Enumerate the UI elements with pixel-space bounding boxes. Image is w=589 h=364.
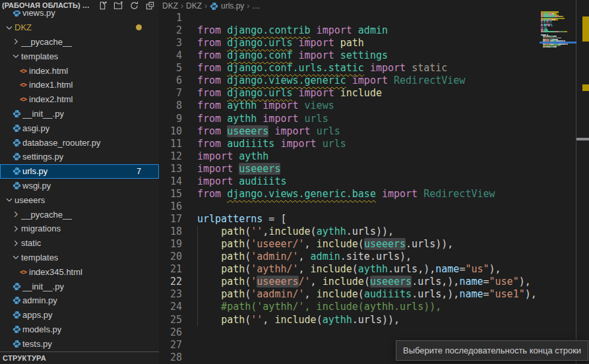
code-line-6[interactable]: 6from django.views.generic import Redire… <box>159 75 540 87</box>
modified-dot-icon <box>136 24 142 30</box>
code-line-9[interactable]: 9from aythh import urls <box>159 113 540 125</box>
new-folder-button[interactable] <box>113 0 124 11</box>
breadcrumb-item[interactable]: … <box>252 1 260 11</box>
tree-item-templates[interactable]: templates <box>0 49 159 63</box>
code-line-8[interactable]: 8from aythh import views <box>159 100 540 112</box>
tree-item-index1.html[interactable]: <>index1.html <box>0 78 159 92</box>
chevron-right-icon <box>11 224 20 233</box>
code-line-2[interactable]: 2from django.contrib import admin <box>159 24 540 37</box>
line-number: 14 <box>159 175 182 188</box>
tree-item-label: index345.html <box>29 267 82 277</box>
tree-item-label: templates <box>21 51 58 61</box>
line-number: 16 <box>159 200 182 213</box>
python-icon <box>210 2 218 11</box>
python-icon <box>13 152 21 161</box>
tree-item-label: apps.py <box>22 310 53 320</box>
overview-ruler[interactable] <box>576 0 589 364</box>
python-icon <box>13 138 21 147</box>
code-line-20[interactable]: 20 path('admin/', admin.site.urls), <box>159 251 540 263</box>
code-line-16[interactable]: 16 <box>159 200 540 213</box>
tree-item-useeers[interactable]: useeers <box>0 193 159 207</box>
tree-item-__init__.py[interactable]: __init__.py <box>0 279 159 293</box>
code-line-23[interactable]: 23 path('aadmin/', include(audiiits.urls… <box>159 288 540 301</box>
tree-item-templates[interactable]: templates <box>0 251 159 265</box>
code-line-7[interactable]: 7from django.urls import include <box>159 87 540 100</box>
chevron-down-icon <box>11 253 20 262</box>
code-line-11[interactable]: 11from audiiits import urls <box>159 138 540 150</box>
code-line-25[interactable]: 25 path('', include(aythh.urls)), <box>159 314 540 326</box>
tree-item-label: DKZ <box>15 22 32 32</box>
breadcrumb-item[interactable]: urls.py <box>210 1 244 11</box>
new-file-button[interactable] <box>98 0 108 11</box>
code-line-18[interactable]: 18 path('',include(aythh.urls)), <box>159 226 540 238</box>
tree-item-label: useeers <box>15 195 45 205</box>
overview-ruler-mark <box>582 84 589 91</box>
code-line-1[interactable]: 1 <box>159 12 540 24</box>
code-line-13[interactable]: 13import useeers <box>159 163 540 175</box>
line-number: 15 <box>159 188 182 200</box>
tree-item-apps.py[interactable]: apps.py <box>0 308 159 322</box>
tree-item-admin.py[interactable]: admin.py <box>0 293 159 308</box>
explorer-header: (РАБОЧАЯ ОБЛАСТЬ) … <box>0 0 159 11</box>
tree-item-index2.html[interactable]: <>index2.html <box>0 92 159 107</box>
outline-section-header[interactable]: СТРУКТУРА <box>0 351 159 364</box>
tree-item-__init__.py[interactable]: __init__.py <box>0 107 159 121</box>
tree-item-index.html[interactable]: <>index.html <box>0 63 159 78</box>
tree-item-index345.html[interactable]: <>index345.html <box>0 264 159 279</box>
python-icon <box>13 167 21 175</box>
code-line-12[interactable]: 12import aythh <box>159 150 540 163</box>
code-line-15[interactable]: 15from django.views.generic.base import … <box>159 188 540 200</box>
line-number: 26 <box>159 326 182 339</box>
code-line-3[interactable]: 3from django.urls import path <box>159 37 540 49</box>
tree-item-migrations[interactable]: migrations <box>0 222 159 236</box>
collapse-all-icon <box>145 1 155 11</box>
code-line-4[interactable]: 4from django.conf import settings <box>159 49 540 62</box>
code-line-24[interactable]: 24 #path('aythh/', include(aythh.urls)), <box>159 301 540 313</box>
problems-badge: 7 <box>137 167 141 176</box>
code-line-19[interactable]: 19 path('useeer/', include(useeers.urls)… <box>159 238 540 251</box>
tree-item-static[interactable]: static <box>0 236 159 251</box>
code-line-17[interactable]: 17urlpatterns = [ <box>159 213 540 226</box>
minimap[interactable] <box>540 0 576 364</box>
code-line-21[interactable]: 21 path('aythh/', include(aythh.urls,),n… <box>159 263 540 276</box>
code-line-26[interactable]: 26 <box>159 326 540 339</box>
tree-item-label: migrations <box>21 224 61 233</box>
tree-item-asgi.py[interactable]: asgi.py <box>0 121 159 135</box>
line-number: 9 <box>159 113 182 125</box>
line-number: 7 <box>159 87 182 100</box>
tree-item-DKZ[interactable]: DKZ <box>0 20 159 35</box>
code-line-5[interactable]: 5from django.conf.urls.static import sta… <box>159 62 540 75</box>
line-number: 4 <box>159 49 182 62</box>
chevron-down-icon <box>5 23 14 32</box>
tree-item-__pycache__[interactable]: __pycache__ <box>0 207 159 222</box>
tree-item-wsgi.py[interactable]: wsgi.py <box>0 179 159 193</box>
breadcrumb-separator: › <box>247 1 249 11</box>
code-line-14[interactable]: 14import audiiits <box>159 175 540 188</box>
breadcrumb-item[interactable]: DKZ <box>186 1 202 11</box>
refresh-button[interactable] <box>129 0 140 11</box>
code-area[interactable]: 12from django.contrib import admin3from … <box>159 12 540 364</box>
tree-item-label: models.py <box>22 324 61 334</box>
code-line-22[interactable]: 22 path('useeers/', include(useeers.urls… <box>159 276 540 288</box>
tree-item-urls.py[interactable]: urls.py7 <box>0 164 159 179</box>
tree-item-tests.py[interactable]: tests.py <box>0 336 159 351</box>
line-number: 8 <box>159 100 182 112</box>
tree-item-database_roouter.py[interactable]: database_roouter.py <box>0 135 159 150</box>
eol-tooltip: Выберите последовательность конца строки <box>396 340 588 361</box>
python-icon <box>13 311 21 319</box>
code-line-10[interactable]: 10from useeers import urls <box>159 125 540 138</box>
tree-item-settings.py[interactable]: settings.py <box>0 150 159 164</box>
line-number: 17 <box>159 213 182 226</box>
tree-item-models.py[interactable]: models.py <box>0 322 159 337</box>
tree-item-__pycache__[interactable]: __pycache__ <box>0 35 159 49</box>
breadcrumb-item[interactable]: DKZ <box>162 1 178 11</box>
refresh-icon <box>129 1 139 11</box>
line-number: 22 <box>159 276 182 288</box>
python-icon <box>13 124 21 133</box>
python-icon <box>13 282 21 291</box>
tree-item-label: index1.html <box>29 80 73 90</box>
collapse-all-button[interactable] <box>145 0 156 11</box>
line-number: 3 <box>159 37 182 49</box>
breadcrumb-separator: › <box>204 1 207 11</box>
tree-item-label: static <box>21 238 41 248</box>
